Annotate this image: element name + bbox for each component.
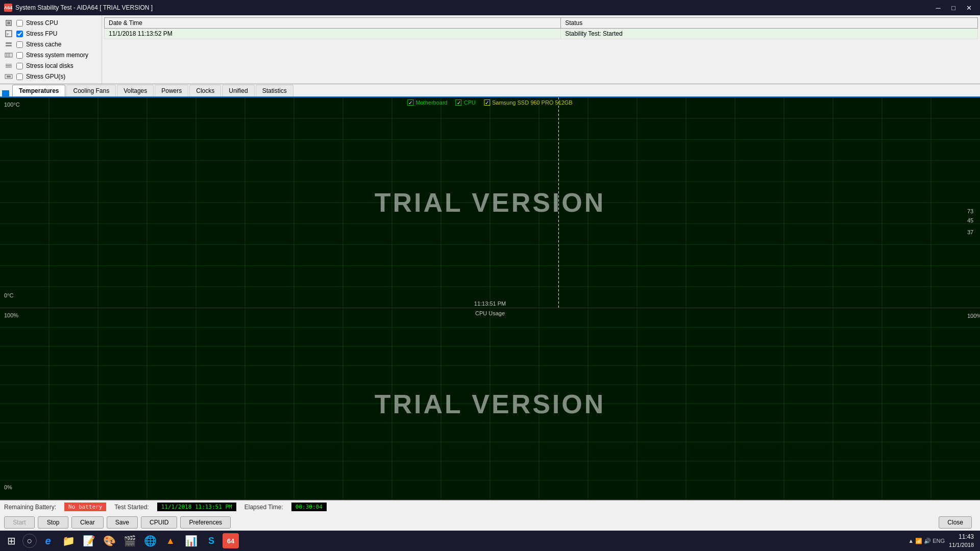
legend-cb-mb [407,99,413,106]
title-bar-left: A64 System Stability Test - AIDA64 [ TRI… [4,4,153,12]
title-bar-buttons: ─ □ ✕ [931,2,976,13]
tab-voltages[interactable]: Voltages [117,85,154,96]
explorer-icon-taskbar[interactable]: 📁 [59,532,78,550]
aida64-icon-taskbar[interactable]: 64 [223,533,239,548]
log-section: Date & Time Status 11/1/2018 11:13:52 PM… [102,15,980,84]
log-col-datetime: Date & Time [105,18,561,29]
taskbar-right: ▲ 📶 🔊 ENG 11:43 11/1/2018 [908,533,978,549]
time-display: 11:43 [949,533,974,541]
test-started-label: Test Started: [114,504,149,511]
sidebar-item-stress-disks: Stress local disks [4,61,97,70]
close-title-button[interactable]: ✕ [962,2,976,13]
blender-icon-taskbar[interactable]: ▲ [161,532,180,550]
legend-label-mb: Motherboard [415,99,447,106]
tabs-bar: Temperatures Cooling Fans Voltages Power… [0,84,980,97]
svg-rect-6 [5,53,12,57]
stress-fpu-checkbox[interactable] [16,31,23,37]
taskbar: ⊞ ○ e 📁 📝 🎨 🎬 🌐 ▲ 📊 S 64 ▲ 📶 🔊 ENG 11:43… [0,531,980,551]
tab-unified[interactable]: Unified [222,85,254,96]
skype-icon-taskbar[interactable]: S [202,532,220,550]
stress-cpu-label: Stress CPU [26,19,58,27]
cpu-y-max: 100% [4,312,18,318]
svg-text:37: 37 [967,229,973,235]
window-title: System Stability Test - AIDA64 [ TRIAL V… [15,4,153,11]
stress-memory-label: Stress system memory [26,52,88,59]
start-button-taskbar[interactable]: ⊞ [2,532,20,550]
gpu-icon [4,72,13,81]
clear-button[interactable]: Clear [71,516,104,529]
sidebar-item-stress-cache: Stress cache [4,40,97,49]
temp-y-min: 0°C [4,292,13,298]
elapsed-label: Elapsed Time: [244,504,283,511]
svg-text:100%: 100% [967,313,980,319]
media-icon-taskbar[interactable]: 🎬 [120,532,139,550]
stress-disks-label: Stress local disks [26,62,74,69]
log-col-status: Status [561,18,978,29]
app-icon: A64 [4,4,12,12]
tab-statistics[interactable]: Statistics [256,85,293,96]
status-info: Remaining Battery: No battery Test Start… [4,503,976,511]
date-display: 11/1/2018 [949,541,974,549]
svg-text:45: 45 [967,217,973,223]
tab-clocks[interactable]: Clocks [189,85,221,96]
search-icon-taskbar[interactable]: ○ [22,534,37,548]
app1-icon-taskbar[interactable]: 📊 [182,532,200,550]
maximize-button[interactable]: □ [946,2,961,13]
chrome-icon-taskbar[interactable]: 🌐 [141,532,159,550]
taskbar-time: 11:43 11/1/2018 [949,533,974,549]
tab-powers[interactable]: Powers [155,85,188,96]
taskbar-left: ⊞ ○ e 📁 📝 🎨 🎬 🌐 ▲ 📊 S 64 [2,532,239,550]
preferences-button[interactable]: Preferences [180,516,231,529]
start-button[interactable]: Start [4,516,35,529]
minimize-button[interactable]: ─ [931,2,945,13]
temp-chart-svg: 73 45 37 [0,97,980,308]
stress-fpu-label: Stress FPU [26,30,57,37]
stress-cpu-checkbox[interactable] [16,20,23,27]
legend-label-ssd: Samsung SSD 960 PRO 512GB [492,99,573,106]
tab-cooling-fans[interactable]: Cooling Fans [66,85,116,96]
cpu-chart: 100% CPU Usage 100% 0% TRIAL VERSION [0,308,980,500]
tab-temperatures[interactable]: Temperatures [12,85,65,96]
svg-text:F: F [7,32,9,37]
close-button[interactable]: Close [939,516,972,529]
battery-label: Remaining Battery: [4,504,56,511]
stress-gpu-checkbox[interactable] [16,73,23,80]
cpu-chart-svg: 100% [0,308,980,499]
stress-memory-checkbox[interactable] [16,52,23,59]
legend-cb-cpu [456,99,462,106]
log-row: 11/1/2018 11:13:52 PM Stability Test: St… [105,29,978,39]
action-buttons: Start Stop Clear Save CPUID Preferences … [4,516,976,529]
legend-cb-ssd [484,99,490,106]
top-section: Stress CPU F Stress FPU Stress cache [0,15,980,84]
main-window: Stress CPU F Stress FPU Stress cache [0,15,980,531]
disk-icon [4,61,13,70]
log-status: Stability Test: Started [561,29,978,39]
legend-motherboard: Motherboard [407,99,447,106]
svg-rect-14 [7,76,11,78]
save-button[interactable]: Save [107,516,138,529]
notepad-icon-taskbar[interactable]: 📝 [80,532,98,550]
title-bar: A64 System Stability Test - AIDA64 [ TRI… [0,0,980,15]
paint-icon-taskbar[interactable]: 🎨 [100,532,118,550]
sidebar-item-stress-cpu: Stress CPU [4,18,97,28]
svg-text:73: 73 [967,208,973,214]
temp-chart: 73 45 37 Motherboard CPU Samsung SSD 960… [0,97,980,308]
ie-icon-taskbar[interactable]: e [39,532,57,550]
temp-y-max: 100°C [4,102,20,108]
stop-button[interactable]: Stop [38,516,68,529]
log-table: Date & Time Status 11/1/2018 11:13:52 PM… [104,17,978,39]
elapsed-value: 00:30:04 [291,503,327,511]
stress-cache-checkbox[interactable] [16,41,23,48]
sidebar-item-stress-memory: Stress system memory [4,51,97,60]
cpuid-button[interactable]: CPUID [141,516,177,529]
memory-icon [4,51,13,60]
sidebar-item-stress-gpu: Stress GPU(s) [4,72,97,81]
stress-disks-checkbox[interactable] [16,63,23,69]
legend-cpu: CPU [456,99,476,106]
legend-label-cpu: CPU [464,99,476,106]
temp-time: 11:13:51 PM [474,300,506,307]
battery-value: No battery [64,503,106,511]
svg-rect-4 [6,42,12,44]
cpu-icon [4,18,13,28]
svg-rect-5 [6,45,12,46]
